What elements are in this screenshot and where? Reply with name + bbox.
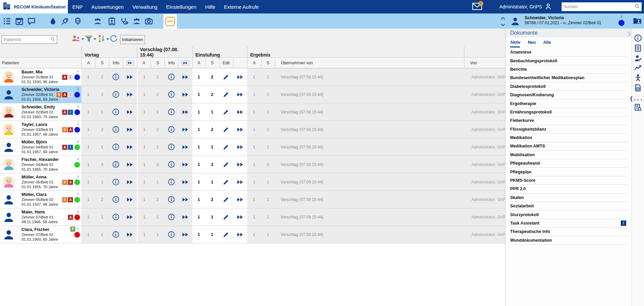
stethoscope-icon[interactable] <box>120 17 128 25</box>
table-row[interactable]: Tayler, LauraZimmer 03/Bett 0101.01.1957… <box>0 121 505 138</box>
einstufung-edit[interactable] <box>219 173 233 191</box>
vortag-info[interactable] <box>109 191 123 208</box>
edit-icon[interactable] <box>223 214 229 220</box>
vortag-info[interactable] <box>109 86 123 103</box>
col-vortag-info[interactable]: Info <box>109 58 123 68</box>
document-item-ppr-2-0[interactable]: PPR 2.0 <box>510 185 627 193</box>
vortag-apply[interactable] <box>123 191 137 208</box>
fast-forward-icon[interactable] <box>237 92 243 97</box>
vorschlag-info[interactable] <box>164 121 178 138</box>
einstufung-edit[interactable] <box>219 226 233 243</box>
info-icon[interactable] <box>112 231 119 238</box>
person-edit-icon[interactable] <box>634 55 642 64</box>
patient-cell[interactable]: Schneider, EmilyZimmer 02/Bett 0201.01.1… <box>0 103 81 121</box>
col-vorschlag-info[interactable]: Info <box>164 58 178 68</box>
person-standing-icon[interactable] <box>634 74 642 83</box>
clipboard-person-icon[interactable] <box>108 17 116 25</box>
einstufung-apply[interactable] <box>233 156 247 173</box>
edit-icon[interactable] <box>223 231 229 238</box>
einstufung-apply[interactable] <box>233 191 247 208</box>
info-icon[interactable] <box>112 108 119 115</box>
panel-collapse-chevron-icon[interactable]: ❯ <box>627 31 631 36</box>
document-item-sturzprotokoll[interactable]: Sturzprotokoll <box>510 210 627 219</box>
vortag-apply[interactable] <box>123 103 137 121</box>
document-item-medikation-amts[interactable]: Medikation AMTS <box>510 142 627 150</box>
col-einstufung-s[interactable]: S <box>205 58 219 68</box>
document-item-anamnese[interactable]: Anamnese <box>510 48 627 57</box>
document-item-beobachtungsprotokoll[interactable]: Beobachtungsprotokoll <box>510 57 627 65</box>
vorschlag-info[interactable] <box>164 173 178 191</box>
vorschlag-apply[interactable] <box>178 191 192 208</box>
info-icon[interactable] <box>112 213 119 220</box>
fast-forward-icon[interactable] <box>237 145 243 149</box>
document-item-diabetesprotokoll[interactable]: Diabetesprotokoll <box>510 82 627 91</box>
info-icon[interactable] <box>168 91 175 98</box>
document-item-fl-ssigkeitsbilanz[interactable]: Flüssigkeitsbilanz <box>510 125 627 134</box>
chevron-up-icon[interactable] <box>501 15 505 21</box>
calendar-check-icon[interactable] <box>15 17 24 25</box>
col-einstufung-apply[interactable] <box>233 58 247 68</box>
info-icon[interactable] <box>112 73 119 80</box>
messages-button[interactable]: ! <box>472 3 484 11</box>
menu-item-auswertungen[interactable]: Auswertungen <box>91 4 124 10</box>
vortag-apply[interactable] <box>123 86 137 103</box>
menu-item-verwaltung[interactable]: Verwaltung <box>132 4 157 10</box>
patient-cell[interactable]: Clara, FischerZimmer 07/Bett 0201.01.196… <box>0 226 81 243</box>
einstufung-edit[interactable] <box>219 68 233 86</box>
document-item-diagnosen-kodierung[interactable]: Diagnosen/Kodierung <box>510 91 627 99</box>
fast-forward-icon[interactable] <box>182 92 189 97</box>
fast-forward-icon[interactable] <box>237 232 243 237</box>
table-row[interactable]: Schneider, VictoriaZimmer 02/Bett 0101.0… <box>0 86 505 103</box>
table-row[interactable]: Fischer, AlexanderZimmer 04/Bett 0201.01… <box>0 156 505 173</box>
col-einstufung-a[interactable]: A <box>192 58 205 68</box>
document-item-pflegeaufwand[interactable]: Pflegeaufwand <box>510 159 627 168</box>
col-vorschlag-s[interactable]: S <box>151 58 164 68</box>
vorschlag-info[interactable] <box>164 226 178 243</box>
fast-forward-icon[interactable] <box>237 127 243 132</box>
fast-forward-icon[interactable] <box>182 110 189 114</box>
col-vortag-apply[interactable] <box>123 58 137 68</box>
col-vortag-s[interactable]: S <box>95 58 109 68</box>
vorschlag-info[interactable] <box>164 191 178 208</box>
fast-forward-icon[interactable] <box>126 180 133 184</box>
col-von[interactable]: Von <box>464 58 505 68</box>
fast-forward-icon[interactable] <box>182 162 189 167</box>
edit-icon[interactable] <box>223 126 229 133</box>
tab-neu[interactable]: Neu <box>528 40 536 47</box>
menu-item-externe-aufrufe[interactable]: Externe Aufrufe <box>224 4 259 10</box>
document-item-therapeutische-info[interactable]: Therapeutische Info <box>510 228 627 236</box>
info-icon[interactable] <box>168 231 175 238</box>
info-icon[interactable] <box>112 161 119 168</box>
document-item-mobilisation[interactable]: Mobilisation <box>510 151 627 159</box>
vorschlag-apply[interactable] <box>178 86 192 103</box>
document-item-fieberkurve[interactable]: Fieberkurve <box>510 116 627 125</box>
info-icon[interactable] <box>112 126 119 133</box>
vorschlag-apply[interactable] <box>178 226 192 243</box>
edit-icon[interactable] <box>223 144 229 150</box>
app-logo-area[interactable]: RECOM Klinikum/Station 1 <box>0 0 68 13</box>
vorschlag-info[interactable] <box>164 208 178 226</box>
fast-forward-icon[interactable] <box>237 180 243 184</box>
patient-filter-icon[interactable] <box>71 35 84 43</box>
einstufung-edit[interactable] <box>219 208 233 226</box>
table-row[interactable]: Maier, HansZimmer 07/Bett 0108.11.1966, … <box>0 208 505 226</box>
vortag-apply[interactable] <box>123 173 137 191</box>
fast-forward-icon[interactable] <box>182 197 189 202</box>
einstufung-apply[interactable] <box>233 138 247 156</box>
fast-forward-icon[interactable] <box>182 145 189 149</box>
patient-cell[interactable]: Fischer, AlexanderZimmer 04/Bett 0201.01… <box>0 156 81 173</box>
vorschlag-info[interactable] <box>164 86 178 103</box>
table-row[interactable]: Müller, BjörnZimmer 04/Bett 0101.01.1957… <box>0 138 505 156</box>
user-menu[interactable]: Administrator, GriPS <box>499 0 552 13</box>
col-vortag-a[interactable]: A <box>81 58 95 68</box>
patient-record-folder-icon[interactable] <box>633 17 642 26</box>
info-icon[interactable] <box>168 196 175 203</box>
col-vorschlag-a[interactable]: A <box>137 58 151 68</box>
people-icon[interactable] <box>93 17 102 25</box>
table-row[interactable]: Clara, FischerZimmer 07/Bett 0201.01.196… <box>0 226 505 243</box>
document-item-pflegeplan[interactable]: Pflegeplan <box>510 168 627 176</box>
document-item-ergotherapie[interactable]: Ergotherapie <box>510 99 627 108</box>
fast-forward-icon[interactable] <box>182 232 189 237</box>
fast-forward-icon[interactable] <box>237 75 243 79</box>
chart-icon[interactable] <box>634 64 642 73</box>
